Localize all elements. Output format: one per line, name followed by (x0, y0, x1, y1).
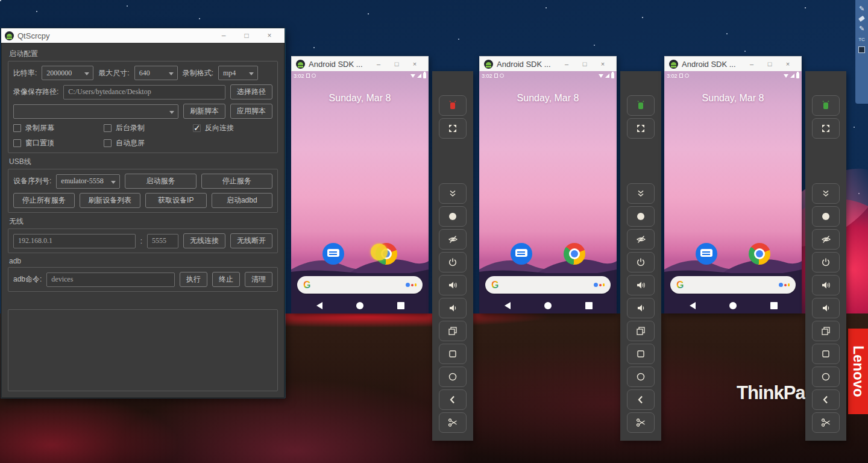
device-status-button[interactable] (627, 95, 655, 116)
screen-off-button[interactable] (627, 229, 655, 250)
home-button[interactable] (627, 367, 655, 387)
maximize-button[interactable]: □ (761, 60, 779, 68)
back-button[interactable] (439, 389, 467, 410)
back-button[interactable] (627, 389, 655, 410)
refresh-device-list-button[interactable]: 刷新设备列表 (80, 193, 141, 208)
start-adbd-button[interactable]: 启动adbd (212, 193, 273, 208)
minimize-button[interactable]: – (743, 60, 761, 68)
chrome-app-icon[interactable] (749, 243, 770, 265)
close-button[interactable]: × (406, 60, 424, 68)
wireless-port-input[interactable]: 5555 (147, 234, 178, 248)
pencil-icon[interactable]: ✎ (859, 5, 864, 13)
device-status-button[interactable] (439, 95, 467, 116)
marker-icon[interactable]: ✎ (859, 25, 864, 33)
save-path-input[interactable]: C:/Users/bytedance/Desktop (63, 85, 225, 99)
volume-down-button[interactable] (627, 298, 655, 318)
filled-square-icon[interactable] (858, 46, 865, 53)
nav-back-button[interactable] (690, 302, 696, 309)
nav-home-button[interactable] (356, 302, 363, 309)
script-combo[interactable] (13, 104, 178, 119)
screenshot-button[interactable] (812, 412, 840, 433)
nav-back-button[interactable] (505, 302, 511, 309)
minimize-button[interactable]: – (370, 60, 388, 68)
volume-down-button[interactable] (812, 298, 840, 318)
nav-recent-button[interactable] (585, 302, 593, 309)
back-button[interactable] (812, 389, 840, 410)
messages-app-icon[interactable] (511, 243, 532, 265)
google-search-bar[interactable]: G (485, 276, 611, 294)
get-device-ip-button[interactable]: 获取设备IP (145, 193, 207, 208)
adb-clear-button[interactable]: 清理 (245, 272, 272, 287)
start-service-button[interactable]: 启动服务 (125, 174, 196, 189)
app-switch-button[interactable] (627, 321, 655, 341)
maximize-button[interactable]: □ (388, 60, 406, 68)
record-indicator-button[interactable] (627, 206, 655, 227)
stop-service-button[interactable]: 停止服务 (201, 174, 272, 189)
adb-command-input[interactable]: devices (46, 272, 175, 287)
eraser-icon[interactable] (858, 16, 865, 22)
mic-icon[interactable] (779, 283, 790, 287)
checkbox-reverse-connect[interactable]: ✓ 反向连接 (193, 123, 272, 133)
volume-up-button[interactable] (627, 275, 655, 295)
power-button[interactable] (439, 252, 467, 272)
maximize-button[interactable]: □ (235, 28, 258, 43)
maximize-button[interactable]: □ (576, 60, 594, 68)
record-indicator-button[interactable] (812, 206, 840, 227)
emulator-titlebar[interactable]: Android SDK ... – □ × (291, 56, 429, 71)
close-button[interactable]: × (779, 60, 797, 68)
expand-more-button[interactable] (812, 183, 840, 204)
emulator-titlebar[interactable]: Android SDK ... – □ × (664, 56, 802, 71)
expand-more-button[interactable] (439, 183, 467, 204)
phone-screen[interactable]: 3:02 Sunday, Mar 8 G (291, 71, 429, 313)
record-indicator-button[interactable] (439, 206, 467, 227)
home-button[interactable] (812, 367, 840, 387)
mic-icon[interactable] (406, 283, 417, 287)
chrome-app-icon[interactable] (564, 243, 585, 265)
nav-recent-button[interactable] (770, 302, 778, 309)
phone-screen[interactable]: 3:02 Sunday, Mar 8 G (664, 71, 802, 313)
minimize-button[interactable]: – (212, 28, 235, 43)
mic-icon[interactable] (594, 283, 605, 287)
stop-all-services-button[interactable]: 停止所有服务 (13, 193, 75, 208)
fullscreen-button[interactable] (812, 118, 840, 139)
home-button[interactable] (439, 367, 467, 387)
volume-up-button[interactable] (439, 275, 467, 295)
phone-screen[interactable]: 3:02 Sunday, Mar 8 G (479, 71, 617, 313)
close-button[interactable]: × (594, 60, 612, 68)
checkbox-window-on-top[interactable]: 窗口置顶 (13, 138, 104, 148)
menu-button[interactable] (439, 344, 467, 364)
nav-home-button[interactable] (544, 302, 552, 309)
emulator-titlebar[interactable]: Android SDK ... – □ × (479, 56, 617, 71)
app-switch-button[interactable] (439, 321, 467, 341)
minimize-button[interactable]: – (558, 60, 576, 68)
nav-recent-button[interactable] (397, 302, 404, 309)
checkbox-record-screen[interactable]: 录制屏幕 (13, 123, 104, 133)
messages-app-icon[interactable] (696, 243, 717, 265)
wireless-disconnect-button[interactable]: 无线断开 (230, 233, 272, 248)
qtscrcpy-titlebar[interactable]: QtScrcpy – □ × (1, 28, 285, 43)
apply-script-button[interactable]: 应用脚本 (230, 104, 272, 119)
checkbox-background-record[interactable]: 后台录制 (104, 123, 193, 133)
volume-up-button[interactable] (812, 275, 840, 295)
nav-home-button[interactable] (729, 302, 737, 309)
serial-combo[interactable]: emulator-5558 (56, 174, 120, 189)
wireless-connect-button[interactable]: 无线连接 (183, 233, 225, 248)
screenshot-button[interactable] (439, 412, 467, 433)
log-output-area[interactable] (8, 309, 278, 391)
google-search-bar[interactable]: G (297, 276, 423, 294)
screen-off-button[interactable] (812, 229, 840, 250)
power-button[interactable] (627, 252, 655, 272)
record-format-combo[interactable]: mp4 (218, 66, 258, 80)
menu-button[interactable] (812, 344, 840, 364)
device-status-button[interactable] (812, 95, 840, 116)
menu-button[interactable] (627, 344, 655, 364)
checkbox-auto-screen-off[interactable]: 自动息屏 (104, 138, 193, 148)
fullscreen-button[interactable] (439, 118, 467, 139)
screenshot-button[interactable] (627, 412, 655, 433)
nav-back-button[interactable] (316, 302, 322, 309)
screen-off-button[interactable] (439, 229, 467, 250)
fullscreen-button[interactable] (627, 118, 655, 139)
choose-path-button[interactable]: 选择路径 (230, 84, 272, 99)
close-button[interactable]: × (258, 28, 281, 43)
adb-run-button[interactable]: 执行 (180, 272, 207, 287)
